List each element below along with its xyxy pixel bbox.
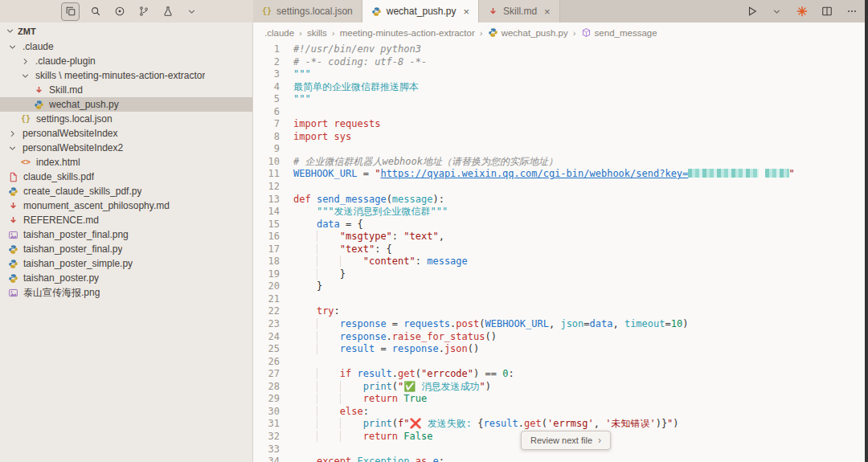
chevron-right-icon [19,56,31,67]
code-line-9: 9 [253,143,868,156]
explorer-root-label: ZMT [18,27,36,36]
md-file-icon [32,85,45,96]
pdf-file-icon [6,172,19,182]
explorer-sidebar: ZMT .claude.claude-pluginskills \ meetin… [0,22,253,462]
line-number: 2 [253,56,293,69]
review-next-file-button[interactable]: Review next file › [521,431,611,450]
breadcrumb-item-wechat_push.py[interactable]: wechat_push.py [488,27,568,39]
line-number: 23 [253,318,293,331]
tab-Skill.md[interactable]: Skill.md× [479,0,560,22]
code-text [293,181,868,194]
file-wechat_push.py[interactable]: wechat_push.py [0,97,252,112]
tab-label: wechat_push.py [387,6,457,17]
code-line-29: 29 return True [253,393,868,406]
editor-actions [743,0,860,22]
py-file-icon [6,259,19,269]
code-line-22: 22 try: [253,305,868,318]
method-icon [581,27,592,39]
breadcrumb-label: skills [307,28,327,38]
file-Skill.md[interactable]: Skill.md [0,83,252,97]
code-line-21: 21 [253,293,868,306]
code-text: if result.get("errcode") == 0: [293,368,868,381]
file-label: Skill.md [49,84,83,96]
line-number: 18 [253,256,293,268]
run-button[interactable] [743,3,760,20]
line-number: 31 [253,418,293,431]
chevron-down-icon[interactable] [768,3,785,20]
explorer-root[interactable]: ZMT [0,22,252,39]
target-icon[interactable] [111,3,128,20]
breadcrumb-separator: › [480,28,483,38]
line-number: 11 [253,168,293,181]
chevron-down-icon [6,143,18,153]
line-number: 28 [253,381,293,394]
more-icon[interactable] [843,3,860,20]
line-number: 13 [253,194,293,206]
close-tab-icon[interactable]: × [464,6,470,17]
beaker-icon[interactable] [159,3,176,20]
line-number: 10 [253,156,293,169]
editor-pane: .claude›skills›meeting-minutes-action-ex… [253,22,868,462]
line-number: 20 [253,280,293,293]
code-text: def send_message(message): [293,194,868,206]
file-label: create_claude_skills_pdf.py [23,186,141,197]
file-index.html[interactable]: <>index.html [0,155,252,170]
png-file-icon [6,288,19,298]
file-REFERENCE.md[interactable]: REFERENCE.md [0,213,252,227]
code-line-20: 20 } [253,280,868,293]
file-taishan_poster_final.png[interactable]: taishan_poster_final.png [0,227,252,242]
branch-icon[interactable] [135,3,152,20]
line-number: 16 [253,231,293,243]
code-text: "content": message [293,256,868,268]
breadcrumb-separator: › [332,28,335,38]
tab-settings.local.json[interactable]: {}settings.local.json [253,0,362,22]
file-taishan_poster_simple.py[interactable]: taishan_poster_simple.py [0,256,252,271]
tab-bar: {}settings.local.jsonwechat_push.py×Skil… [253,0,560,22]
code-line-14: 14 """发送消息到企业微信群""" [253,206,868,219]
search-icon[interactable] [87,3,104,20]
tab-wechat_push.py[interactable]: wechat_push.py× [362,0,479,22]
code-line-1: 1#!/usr/bin/env python3 [253,43,868,56]
py-icon [488,27,498,39]
code-text: } [293,268,868,281]
breadcrumb-item-meeting-minutes-action-extractor[interactable]: meeting-minutes-action-extractor [340,28,475,38]
file-label: taishan_poster_final.png [23,229,129,240]
file-settings.local.json[interactable]: {}settings.local.json [0,112,252,126]
breadcrumb-item-.claude[interactable]: .claude [264,28,294,38]
code-text [293,106,868,119]
file-泰山宣传海报.png[interactable]: 泰山宣传海报.png [0,285,252,300]
code-line-13: 13def send_message(message): [253,194,868,206]
json-file-icon: {} [262,7,272,15]
folder-skills \ meeting-minutes-action-extractor[interactable]: skills \ meeting-minutes-action-extracto… [0,68,252,83]
copy-icon[interactable] [61,2,80,21]
file-label: taishan_poster.py [23,272,99,284]
folder-personalWebsiteIndex[interactable]: personalWebsiteIndex [0,126,252,141]
code-text: except Exception as e: [293,456,868,462]
folder-.claude-plugin[interactable]: .claude-plugin [0,54,252,68]
breadcrumb-item-skills[interactable]: skills [307,28,327,38]
code-line-28: 28 print("✅ 消息发送成功") [253,381,868,394]
file-monument_ascent_philosophy.md[interactable]: monument_ascent_philosophy.md [0,198,252,213]
file-taishan_poster.py[interactable]: taishan_poster.py [0,271,252,285]
code-text: response.raise_for_status() [293,331,868,344]
burst-icon[interactable] [793,3,810,20]
file-claude_skills.pdf[interactable]: claude_skills.pdf [0,170,252,184]
file-taishan_poster_final.py[interactable]: taishan_poster_final.py [0,242,252,256]
folder-personalWebsiteIndex2[interactable]: personalWebsiteIndex2 [0,141,252,155]
line-number: 19 [253,268,293,281]
chevron-down-icon[interactable] [183,3,200,20]
line-number: 8 [253,131,293,144]
close-tab-icon[interactable]: × [544,6,551,17]
file-label: REFERENCE.md [23,215,99,226]
py-file-icon [6,273,19,284]
line-number: 12 [253,181,293,194]
folder-.claude[interactable]: .claude [0,39,252,54]
code-editor[interactable]: 1#!/usr/bin/env python32# -*- coding: ut… [253,43,868,462]
chevron-down-icon [6,42,18,52]
file-create_claude_skills_pdf.py[interactable]: create_claude_skills_pdf.py [0,184,252,198]
breadcrumb-item-send_message[interactable]: send_message [581,27,657,39]
code-line-27: 27 if result.get("errcode") == 0: [253,368,868,381]
code-line-23: 23 response = requests.post(WEBHOOK_URL,… [253,318,868,331]
line-number: 33 [253,444,293,456]
split-icon[interactable] [818,3,835,20]
